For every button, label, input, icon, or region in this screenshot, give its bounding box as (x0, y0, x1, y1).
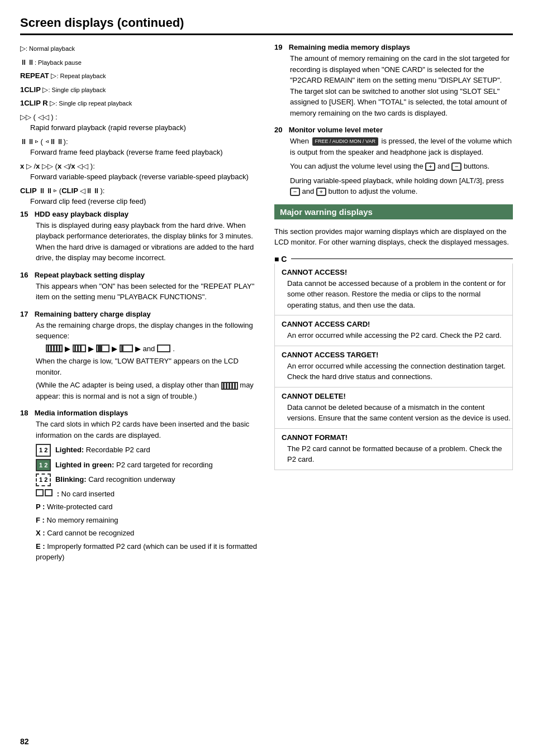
section-19: 19 Remaining media memory displays The a… (274, 43, 513, 118)
content-columns: ▷: Normal playback ⏸⏸: Playback pause RE… (20, 43, 513, 570)
major-warning-section: Major warning displays This section prov… (274, 204, 513, 470)
warning-entry: CANNOT FORMAT! The P2 card cannot be for… (275, 429, 512, 470)
list-item: 1 2 Lighted in green: P2 card targeted f… (36, 459, 259, 472)
right-column: 19 Remaining media memory displays The a… (274, 43, 513, 570)
warning-entry: CANNOT ACCESS CARD! An error occurred wh… (275, 315, 512, 346)
list-item: ▷▷ ( ◁◁ ) : Rapid forward playback (rapi… (20, 112, 259, 133)
major-warning-header: Major warning displays (274, 204, 513, 219)
section-18: 18 Media information displays The card s… (20, 409, 259, 563)
list-item: X : Card cannot be recognized (36, 528, 259, 539)
warning-entry: CANNOT DELETE! Data cannot be deleted be… (275, 387, 512, 429)
minus-btn-icon2: − (290, 188, 300, 196)
warning-entries-container: CANNOT ACCESS! Data cannot be accessed b… (274, 264, 513, 470)
volume-icon: FREE / AUDIO MON / VAR (312, 137, 378, 146)
list-item: ⏸⏸: Playback pause (20, 57, 259, 68)
plus-btn-icon2: + (316, 188, 326, 196)
list-item: ⏸⏸▷ ( ◁⏸⏸): Forward frame feed playback … (20, 136, 259, 158)
list-item: F : No memory remaining (36, 515, 259, 526)
section-17: 17 Remaining battery charge display As t… (20, 310, 259, 402)
list-item: : No card inserted (36, 489, 259, 500)
section-15: 15 HDD easy playback display This is dis… (20, 210, 259, 264)
list-item: CLIP ⏸⏸▷ (CLIP ◁⏸⏸): Forward clip feed (… (20, 185, 259, 207)
page: Screen displays (continued) ▷: Normal pl… (0, 0, 533, 756)
page-title: Screen displays (continued) (20, 16, 513, 35)
plus-btn-icon: + (425, 162, 435, 171)
section-20: 20 Monitor volume level meter When FREE … (274, 126, 513, 197)
list-item: REPEAT ▷: Repeat playback (20, 70, 259, 82)
section-16: 16 Repeat playback setting display This … (20, 271, 259, 303)
list-item: 1CLIP R ▷: Single clip repeat playback (20, 98, 259, 109)
list-item: x ▷ /x ▷▷ (x ◁/x ◁◁ ): Forward variable-… (20, 161, 259, 183)
c-section-label: ■ C (274, 255, 513, 264)
warning-intro: This section provides major warning disp… (274, 226, 513, 248)
list-item: 1 2 Blinking: Card recognition underway (36, 473, 259, 486)
warning-entry: CANNOT ACCESS! Data cannot be accessed b… (275, 264, 512, 316)
minus-btn-icon: − (451, 162, 461, 171)
page-number: 82 (20, 737, 29, 746)
left-column: ▷: Normal playback ⏸⏸: Playback pause RE… (20, 43, 259, 570)
warning-entry: CANNOT ACCESS TARGET! An error occurred … (275, 346, 512, 387)
list-item: 1CLIP ▷: Single clip playback (20, 84, 259, 95)
list-item: 1 2 Lighted: Recordable P2 card (36, 444, 259, 457)
list-item: E : Improperly formatted P2 card (which … (36, 541, 259, 563)
battery-sequence: ▶ ▶ ▶ ▶ and (46, 343, 259, 355)
list-item: ▷: Normal playback (20, 43, 259, 54)
list-item: P : Write-protected card (36, 501, 259, 513)
